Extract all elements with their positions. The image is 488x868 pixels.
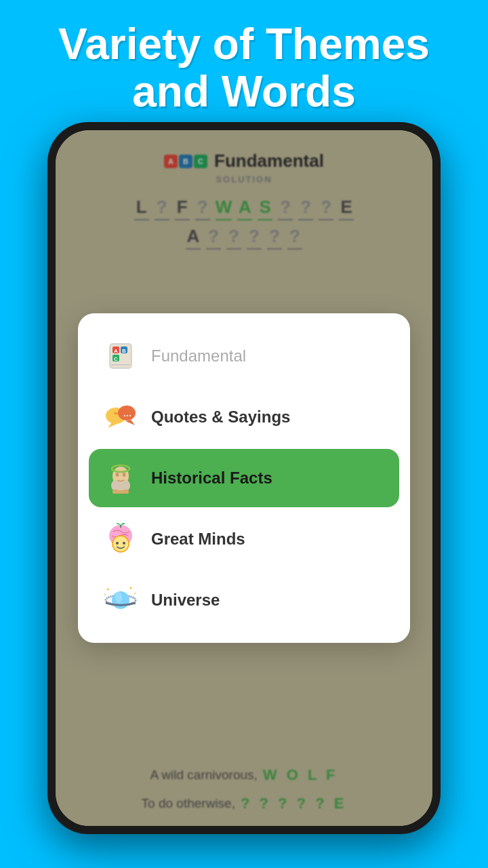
- headline-line1: Variety of Themes: [58, 20, 430, 68]
- menu-item-fundamental[interactable]: A B C Fundamental: [89, 327, 399, 385]
- historical-icon: [102, 460, 139, 496]
- svg-point-22: [116, 542, 119, 545]
- universe-icon: [102, 582, 139, 618]
- historical-label: Historical Facts: [151, 469, 272, 488]
- svg-point-23: [123, 542, 125, 545]
- menu-item-great-minds[interactable]: Great Minds: [89, 510, 399, 568]
- theme-menu-modal: A B C Fundamental: [78, 313, 410, 643]
- menu-item-historical[interactable]: Historical Facts: [89, 449, 399, 507]
- svg-rect-7: [111, 364, 130, 366]
- phone-frame: A B C Fundamental SOLUTION L ? F ? W A S…: [47, 122, 441, 834]
- menu-item-quotes[interactable]: " … Quotes & Sayings: [89, 388, 399, 446]
- modal-overlay: A B C Fundamental: [56, 130, 432, 826]
- great-minds-icon: [102, 521, 139, 557]
- svg-marker-12: [125, 420, 135, 425]
- svg-point-29: [130, 587, 132, 589]
- fundamental-icon: A B C: [102, 338, 139, 374]
- phone-screen: A B C Fundamental SOLUTION L ? F ? W A S…: [56, 130, 432, 826]
- svg-point-19: [123, 473, 126, 477]
- headline-line2: and Words: [132, 67, 356, 116]
- svg-text:C: C: [114, 356, 118, 362]
- svg-text:B: B: [122, 348, 126, 354]
- svg-point-31: [104, 594, 106, 595]
- svg-point-21: [113, 536, 129, 552]
- svg-text:…: …: [123, 408, 132, 418]
- fundamental-label: Fundamental: [151, 347, 246, 366]
- svg-point-18: [116, 473, 119, 477]
- quotes-icon: " …: [102, 399, 139, 435]
- svg-point-30: [134, 593, 136, 594]
- menu-item-universe[interactable]: Universe: [89, 571, 399, 629]
- quotes-label: Quotes & Sayings: [151, 408, 290, 427]
- svg-text:A: A: [114, 348, 118, 354]
- headline: Variety of Themes and Words: [0, 14, 488, 123]
- great-minds-label: Great Minds: [151, 530, 245, 549]
- universe-label: Universe: [151, 591, 220, 610]
- svg-point-28: [107, 589, 109, 591]
- svg-text:": ": [114, 410, 118, 420]
- svg-point-27: [115, 592, 122, 603]
